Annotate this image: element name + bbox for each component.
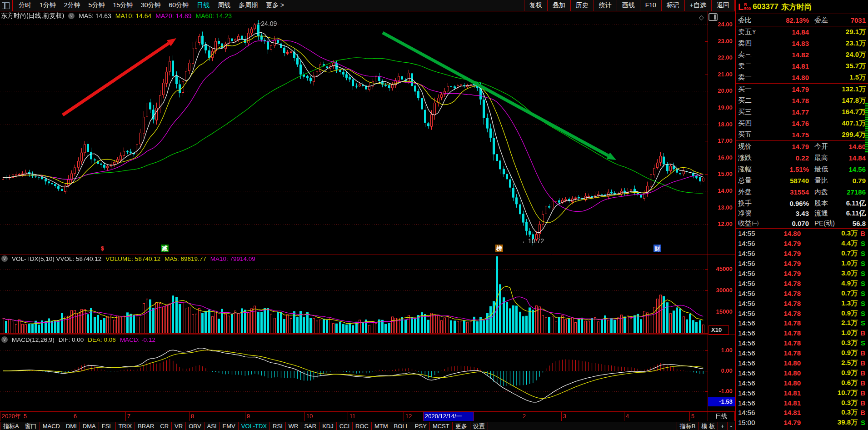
chart-title-row: 东方时尚(日线,前复权) v MA5: 14.63MA10: 14.64MA20… [1, 12, 232, 20]
date-cell-2: 6 [72, 412, 125, 421]
date-cell-11: 2 [521, 412, 561, 421]
collapse-chevron-icon[interactable]: v [1, 255, 8, 262]
sell-row-3-price: 14.82 [768, 51, 809, 59]
date-cell-13: 4 [624, 412, 689, 421]
margin-trading-icon: L [738, 2, 743, 12]
collapse-chevron-icon[interactable]: v [1, 336, 8, 343]
trade-side: S [858, 290, 865, 297]
trade-row-15: 14:5614.800.6万B [736, 378, 868, 388]
fin-value: 6.11亿 [846, 209, 866, 218]
trade-price: 14.78 [763, 280, 801, 287]
info-label: 量比 [814, 176, 828, 185]
indicator-tab-mcst[interactable]: MCST [430, 422, 453, 430]
fin-value: 6.11亿 [846, 199, 866, 208]
indicator-tab-vol-tdx[interactable]: VOL-TDX [239, 422, 270, 430]
indicator-tab-kdj[interactable]: KDJ [319, 422, 337, 430]
buy-row-5-price: 14.75 [768, 131, 809, 139]
indicator-tab-roc[interactable]: ROC [353, 422, 372, 430]
sell-row-4-label: 卖四 [738, 39, 768, 48]
buy-row-2-label: 买二 [738, 96, 768, 105]
sell-row-1: 卖一14.801.5万 [736, 72, 868, 83]
indicator-tab-sar[interactable]: SAR [301, 422, 319, 430]
indicator-tab-cr[interactable]: CR [157, 422, 172, 430]
trade-side: B [858, 359, 865, 367]
trade-price: 14.78 [763, 319, 801, 327]
info-label: 涨幅 [738, 165, 768, 174]
indicator-tab-emv[interactable]: EMV [220, 422, 239, 430]
cai-marker[interactable]: 财 [653, 245, 661, 252]
date-cell-0: 2020年 [0, 412, 22, 421]
trade-side: S [858, 319, 865, 327]
indicator-tab--[interactable]: 窗口 [22, 422, 40, 430]
tab-right-3[interactable]: - [728, 422, 735, 430]
trade-price: 14.79 [763, 250, 801, 257]
indicator-tab-wr[interactable]: WR [286, 422, 302, 430]
fin-label: 换手 [738, 199, 768, 208]
indicator-tab-brar[interactable]: BRAR [135, 422, 157, 430]
trade-side: S [858, 280, 865, 287]
tab-right-1[interactable]: 模 板 [698, 422, 718, 430]
tab-right-2[interactable]: + [718, 422, 728, 430]
indicator-tab-mtm[interactable]: MTM [372, 422, 391, 430]
vol-label-1: VOLUME: 58740.12 [105, 255, 160, 262]
trade-price: 14.81 [763, 389, 801, 397]
trade-side: B [858, 230, 865, 237]
indicator-tab-fsl[interactable]: FSL [99, 422, 116, 430]
trade-time: 14:56 [738, 260, 763, 267]
date-cell-3: 7 [125, 412, 189, 421]
indicator-tab-macd[interactable]: MACD [40, 422, 63, 430]
trade-price: 14.80 [763, 379, 801, 387]
sell-row-1-label: 卖一 [738, 73, 768, 82]
trade-price: 14.79 [763, 240, 801, 247]
trade-volume: 0.9万 [801, 309, 858, 318]
indicator-tab-asi[interactable]: ASI [205, 422, 220, 430]
trade-row-5: 14:5614.784.9万S [736, 278, 868, 288]
trade-volume: 0.9万 [801, 349, 858, 357]
buy-row-2-price: 14.78 [768, 97, 809, 105]
sell-row-2-price: 14.81 [768, 62, 809, 70]
weicha-label: 委差 [814, 16, 828, 25]
bang-marker[interactable]: 榜 [495, 245, 503, 252]
trade-volume: 0.7万 [801, 289, 858, 298]
trade-row-9: 14:5614.782.1万S [736, 318, 868, 328]
indicator-tab-rsi[interactable]: RSI [270, 422, 286, 430]
indicator-tab-cci[interactable]: CCI [337, 422, 353, 430]
trade-row-11: 14:5614.780.3万S [736, 338, 868, 348]
trade-price: 14.80 [763, 359, 801, 367]
split-window-icon[interactable] [708, 13, 718, 21]
weicha-value: 7031 [851, 16, 866, 24]
collapse-chevron-icon[interactable]: v [68, 13, 75, 19]
info-label: 现价 [738, 142, 768, 151]
tab-right-0[interactable]: 指标B [677, 422, 699, 430]
fin-value: 3.43 [768, 210, 809, 217]
trade-row-17: 14:5614.810.3万B [736, 398, 868, 408]
stock-name: 东方时尚 [781, 2, 812, 12]
fin-label: 收益㈠ [738, 219, 768, 228]
trade-volume: 2.1万 [801, 319, 858, 327]
indicator-tab-dma[interactable]: DMA [80, 422, 99, 430]
indicator-tab-vr[interactable]: VR [172, 422, 186, 430]
buy-row-4-price: 14.76 [768, 120, 809, 127]
trade-price: 14.78 [763, 329, 801, 337]
indicator-tab-boll[interactable]: BOLL [391, 422, 412, 430]
indicator-tab-psy[interactable]: PSY [412, 422, 430, 430]
trade-side: S [858, 339, 865, 347]
trade-side: B [858, 389, 865, 397]
indicator-tab--[interactable]: 更多 [453, 422, 470, 430]
trade-time: 14:56 [738, 399, 763, 407]
indicator-tab-trix[interactable]: TRIX [116, 422, 135, 430]
indicator-tab-obv[interactable]: OBV [186, 422, 204, 430]
diamond-icon[interactable]: ◇ [699, 14, 704, 21]
indicator-tab--[interactable]: 设置 [470, 422, 488, 430]
indicator-tab-dmi[interactable]: DMI [63, 422, 80, 430]
trade-volume: 4.9万 [801, 279, 858, 288]
trade-time: 14:56 [738, 339, 763, 347]
trade-side: S [858, 419, 865, 426]
date-cell-10 [474, 412, 521, 421]
jian-marker[interactable]: 减 [161, 245, 169, 252]
stock-code: 603377 [753, 2, 778, 11]
sell-row-3: 卖三14.8224.0万 [736, 49, 868, 60]
indicator-tab--a[interactable]: 指标A [0, 422, 22, 430]
trade-list-scrollbar[interactable] [865, 103, 868, 153]
fin-row-0: 换手0.96%股本6.11亿 [736, 198, 868, 208]
